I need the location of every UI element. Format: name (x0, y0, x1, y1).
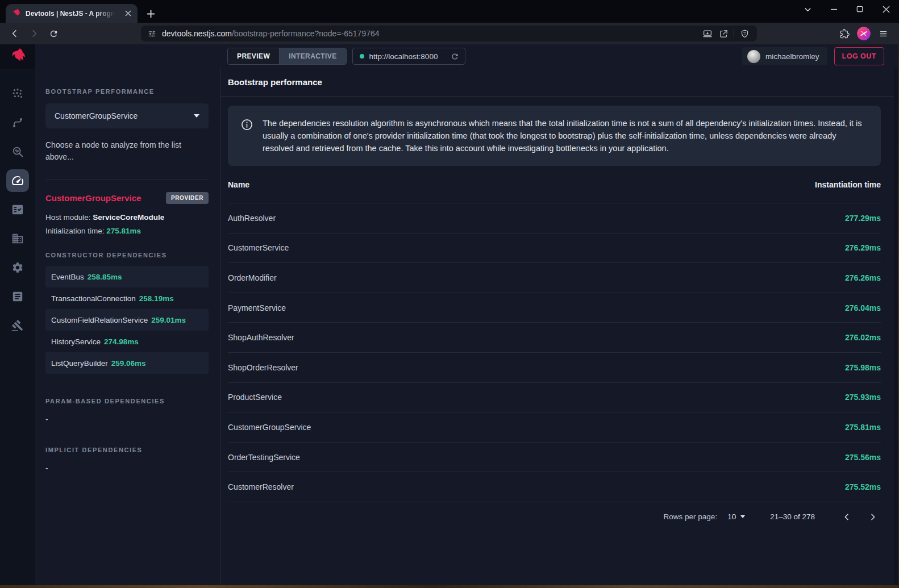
browser-toolbar: devtools.nestjs.com/bootstrap-performanc… (0, 23, 899, 44)
column-instantiation-time: Instantiation time (815, 180, 881, 189)
preview-tab[interactable]: PREVIEW (228, 48, 279, 64)
url-text: devtools.nestjs.com/bootstrap-performanc… (162, 29, 700, 38)
table-row[interactable]: OrderModifier276.26ms (228, 263, 881, 293)
pagination: Rows per page: 10 21–30 of 278 (228, 502, 881, 532)
url-bar[interactable]: devtools.nestjs.com/bootstrap-performanc… (141, 26, 757, 41)
nestjs-favicon-icon (11, 9, 21, 18)
mode-switch: PREVIEW INTERACTIVE (227, 48, 347, 65)
brave-shield-icon[interactable] (736, 27, 752, 40)
column-name: Name (228, 180, 249, 189)
host-module-row: Host module: ServiceCoreModule (45, 213, 209, 222)
previous-page-button[interactable] (839, 509, 855, 525)
sidebar-item-performance[interactable] (6, 169, 29, 192)
next-page-button[interactable] (865, 509, 881, 525)
window-close-button[interactable] (873, 0, 899, 18)
site-settings-icon[interactable] (148, 30, 156, 38)
node-select[interactable]: CustomerGroupService (45, 103, 209, 128)
send-to-device-icon[interactable] (700, 27, 715, 40)
sidebar-item-gavel[interactable] (9, 317, 26, 334)
url-host: devtools.nestjs.com (162, 29, 232, 38)
target-url: http://localhost:8000 (369, 52, 438, 61)
url-path: /bootstrap-performance?node=-65179764 (232, 29, 380, 38)
tab-title: Devtools | NestJS - A progressive (26, 10, 115, 18)
share-icon[interactable] (715, 27, 731, 40)
main-content: Bootstrap performance The dependencies r… (220, 68, 899, 585)
browser-window: Devtools | NestJS - A progressive devtoo… (0, 0, 899, 588)
sidebar-item-routes[interactable] (9, 114, 26, 131)
table-row[interactable]: CustomerResolver275.52ms (228, 472, 881, 502)
chevron-down-icon (740, 515, 745, 518)
tab-search-icon[interactable] (794, 0, 821, 18)
table-row[interactable]: AuthResolver277.29ms (228, 203, 881, 233)
info-icon (240, 118, 253, 155)
implicit-deps-title: IMPLICIT DEPENDENCIES (45, 447, 209, 453)
browser-tab[interactable]: Devtools | NestJS - A progressive (6, 4, 138, 23)
table-row[interactable]: ShopAuthResolver276.02ms (228, 323, 881, 353)
constructor-deps-title: CONSTRUCTOR DEPENDENCIES (45, 252, 209, 258)
table-row[interactable]: PaymentService276.04ms (228, 293, 881, 323)
table-row[interactable]: ShopOrderResolver275.98ms (228, 353, 881, 383)
window-minimize-button[interactable] (821, 0, 847, 18)
table-header: Name Instantiation time (228, 166, 881, 203)
panel-section-title: BOOTSTRAP PERFORMANCE (45, 88, 209, 95)
init-time-row: Initialization time: 275.81ms (45, 227, 209, 235)
table-row[interactable]: ProductService275.93ms (228, 383, 881, 413)
sidebar-item-settings[interactable] (9, 259, 26, 276)
browser-menu-icon[interactable] (874, 25, 892, 42)
host-module-value: ServiceCoreModule (93, 213, 164, 222)
implicit-deps-value: - (45, 464, 209, 473)
tab-close-icon[interactable] (123, 9, 133, 19)
info-text: The dependencies resolution algorithm is… (263, 117, 868, 155)
sidebar-item-audits[interactable] (9, 201, 26, 218)
extensions-icon[interactable] (835, 25, 854, 42)
username: michaelbromley (765, 52, 819, 61)
node-select-value: CustomerGroupService (55, 111, 138, 120)
pagination-range: 21–30 of 278 (770, 512, 815, 521)
reload-button[interactable] (44, 25, 63, 42)
back-button[interactable] (6, 25, 24, 42)
target-refresh-icon[interactable] (451, 52, 459, 61)
chevron-down-icon (194, 114, 199, 118)
table-row[interactable]: OrderTestingService275.56ms (228, 443, 881, 473)
dependency-item[interactable]: ListQueryBuilder259.06ms (45, 352, 209, 374)
param-deps-value: - (45, 415, 209, 424)
rows-per-page-label: Rows per page: (664, 512, 718, 521)
logout-button[interactable]: LOG OUT (834, 47, 884, 65)
selected-node-name: CustomerGroupService (45, 193, 141, 203)
param-deps-title: PARAM-BASED DEPENDENCIES (45, 398, 209, 404)
window-maximize-button[interactable] (847, 0, 873, 18)
panel-divider (45, 180, 209, 180)
desktop-edge (0, 585, 899, 588)
user-chip[interactable]: michaelbromley (742, 47, 827, 65)
bootstrap-panel: BOOTSTRAP PERFORMANCE CustomerGroupServi… (35, 68, 220, 585)
forward-button[interactable] (25, 25, 43, 42)
page-title: Bootstrap performance (228, 77, 322, 87)
toolbar-separator (734, 29, 734, 38)
init-time-value: 275.81ms (106, 227, 141, 235)
nestjs-logo[interactable] (0, 44, 35, 69)
new-tab-button[interactable] (143, 6, 158, 21)
browser-profile-avatar[interactable] (857, 27, 871, 40)
sidebar-item-insights[interactable] (9, 143, 26, 160)
info-box: The dependencies resolution algorithm is… (228, 106, 881, 166)
table-row[interactable]: CustomerService276.29ms (228, 233, 881, 264)
target-url-widget[interactable]: http://localhost:8000 (352, 48, 466, 65)
interactive-tab[interactable]: INTERACTIVE (279, 48, 346, 64)
table-row[interactable]: CustomerGroupService275.81ms (228, 412, 881, 443)
sidebar-item-modules[interactable] (9, 230, 26, 247)
app-header: PREVIEW INTERACTIVE http://localhost:800… (35, 44, 899, 68)
connection-status-dot (360, 54, 364, 59)
constructor-deps-list: EventBus258.85ms TransactionalConnection… (45, 266, 209, 374)
dependency-item[interactable]: EventBus258.85ms (45, 266, 209, 287)
dependency-item[interactable]: CustomFieldRelationService259.01ms (45, 309, 209, 331)
sidebar-rail (0, 44, 35, 585)
dependency-item[interactable]: TransactionalConnection258.19ms (45, 287, 209, 309)
browser-titlebar: Devtools | NestJS - A progressive (0, 0, 899, 23)
sidebar-item-logs[interactable] (9, 288, 26, 305)
panel-hint: Choose a node to analyze from the list a… (45, 139, 209, 163)
provider-badge: PROVIDER (166, 192, 209, 204)
dependency-item[interactable]: HistoryService274.98ms (45, 331, 209, 352)
rows-per-page-select[interactable]: 10 (727, 512, 745, 521)
user-avatar (747, 50, 760, 63)
sidebar-item-graph[interactable] (9, 85, 26, 102)
